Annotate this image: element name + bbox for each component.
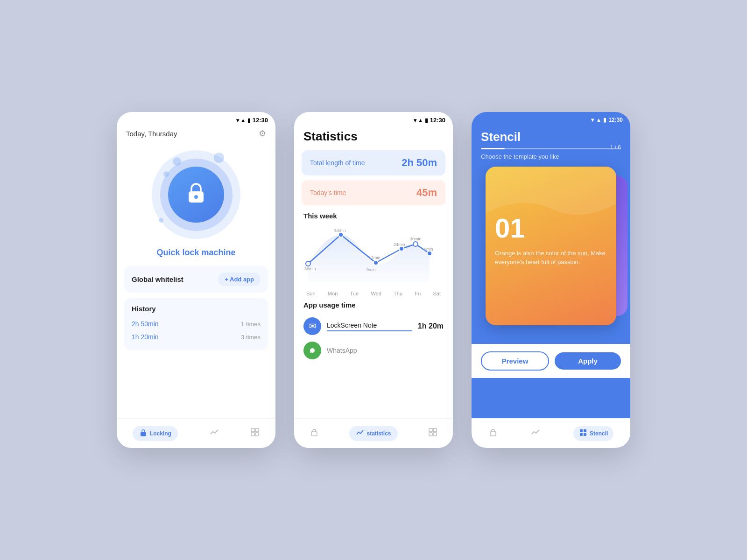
svg-rect-30: [584, 433, 586, 436]
stencil-progress-fill: [481, 148, 505, 149]
nav-locking-label: Locking: [150, 430, 171, 437]
grid-nav-icon-2: [428, 427, 437, 439]
lock-icon: [184, 180, 208, 209]
total-time-card: Total length of time 2h 50m: [302, 150, 445, 175]
svg-point-8: [338, 232, 343, 237]
whatsapp-app-info: WhatsApp: [327, 347, 444, 354]
svg-point-1: [194, 195, 198, 199]
day-wed: Wed: [371, 291, 381, 296]
svg-text:36min: 36min: [304, 266, 316, 271]
history-time-1: 2h 50min: [132, 320, 159, 328]
app-row-lockscreen: ✉ LockScreen Note 1h 20m: [294, 313, 453, 340]
phone-stencil: ▾ ▲ ▮ 12:30 Stencil 1 / 6 Choose the tem…: [472, 112, 630, 448]
battery-icon-3: ▮: [603, 117, 606, 123]
nav-lock-2[interactable]: [310, 427, 319, 439]
time-display-3: 12:30: [608, 117, 623, 123]
chart-nav-icon-3: [531, 427, 540, 439]
nav-stats-1[interactable]: [210, 427, 219, 439]
svg-point-7: [306, 261, 310, 266]
history-time-2: 1h 20min: [132, 333, 159, 341]
stencil-header: Stencil 1 / 6 Choose the template you li…: [472, 125, 630, 167]
signal-icon-2: ▲: [418, 117, 423, 124]
svg-rect-4: [255, 428, 259, 432]
total-time-label: Total length of time: [310, 159, 365, 167]
grid-nav-icon-active-3: [579, 428, 587, 439]
stencil-progress-bar: 1 / 6: [481, 148, 621, 149]
nav-grid-1[interactable]: [250, 427, 260, 439]
svg-rect-21: [311, 432, 317, 436]
stencil-pagination: 1 / 6: [610, 144, 621, 151]
nav-grid-2[interactable]: [428, 427, 437, 439]
day-thu: Thu: [394, 291, 402, 296]
deco-circle-1: [173, 157, 181, 166]
deco-circle-3: [214, 153, 224, 163]
stencil-card-main[interactable]: 01 Orange is also the color of the sun, …: [486, 167, 616, 325]
lock-nav-icon: [139, 428, 148, 439]
svg-rect-26: [490, 432, 496, 436]
time-display-2: 12:30: [430, 117, 445, 124]
wifi-icon: ▾: [236, 117, 239, 124]
phone1-header: Today, Thursday ⚙: [117, 126, 275, 143]
svg-rect-6: [255, 433, 259, 436]
bottom-nav-3: Stencil: [472, 418, 630, 448]
date-label: Today, Thursday: [126, 130, 177, 138]
phone-statistics: ▾ ▲ ▮ 12:30 Statistics Total length of t…: [294, 112, 453, 448]
day-sun: Sun: [306, 291, 316, 296]
preview-button[interactable]: Preview: [481, 351, 549, 371]
app-underline: [327, 330, 412, 331]
lockscreen-app-info: LockScreen Note: [327, 322, 412, 331]
lockscreen-app-time: 1h 20m: [418, 322, 444, 330]
nav-statistics-label: statistics: [366, 430, 391, 437]
today-time-card: Today's time 45m: [302, 180, 445, 205]
stencil-card-description: Orange is also the color of the sun, Mak…: [495, 249, 607, 267]
chart-days: Sun Mon Tue Wed Thu Fri Sat: [302, 289, 445, 296]
weekly-chart: 36min 54min 12min 0min 24min 30min 6min: [302, 222, 445, 287]
history-row-1: 2h 50min 1 times: [132, 317, 261, 330]
status-icons-2: ▾ ▲ ▮: [414, 117, 428, 124]
nav-locking[interactable]: Locking: [133, 426, 178, 441]
nav-statistics-2[interactable]: statistics: [349, 426, 397, 441]
whatsapp-app-icon: [303, 342, 321, 359]
stencil-actions: Preview Apply: [472, 344, 630, 378]
nav-lock-3[interactable]: [488, 427, 498, 439]
history-count-2: 3 times: [241, 334, 261, 341]
day-fri: Fri: [415, 291, 421, 296]
nav-stencil-3[interactable]: Stencil: [573, 426, 613, 441]
deco-circle-4: [159, 218, 163, 223]
chart-nav-icon-active: [356, 428, 364, 439]
nav-stats-3[interactable]: [531, 427, 540, 439]
svg-rect-2: [141, 432, 146, 436]
history-card: History 2h 50min 1 times 1h 20min 3 time…: [124, 298, 268, 350]
card-wave-svg: [486, 167, 616, 223]
settings-icon[interactable]: ⚙: [259, 128, 266, 139]
svg-rect-27: [580, 429, 583, 432]
svg-text:0min: 0min: [366, 267, 376, 272]
app-row-whatsapp: WhatsApp: [294, 340, 453, 361]
status-bar-2: ▾ ▲ ▮ 12:30: [294, 112, 453, 126]
time-display-1: 12:30: [253, 117, 268, 124]
whitelist-label: Global whitelist: [132, 275, 183, 283]
svg-text:30min: 30min: [410, 237, 422, 241]
day-sat: Sat: [433, 291, 441, 296]
svg-rect-22: [429, 428, 432, 432]
signal-icon-3: ▲: [596, 117, 601, 123]
svg-point-9: [374, 260, 378, 265]
whatsapp-app-name: WhatsApp: [327, 347, 444, 354]
day-mon: Mon: [328, 291, 338, 296]
svg-rect-29: [580, 433, 583, 436]
signal-icon: ▲: [240, 117, 246, 124]
nav-stencil-label: Stencil: [590, 430, 608, 437]
app-usage-title: App usage time: [294, 296, 453, 313]
apply-button[interactable]: Apply: [555, 352, 621, 370]
battery-icon: ▮: [247, 117, 251, 124]
statistics-title: Statistics: [294, 126, 453, 150]
deco-circle-2: [163, 171, 169, 177]
stencil-title: Stencil: [481, 130, 621, 144]
history-row-2: 1h 20min 3 times: [132, 330, 261, 343]
total-time-value: 2h 50m: [402, 157, 437, 169]
whitelist-card: Global whitelist + Add app: [124, 266, 268, 293]
add-app-button[interactable]: + Add app: [218, 273, 261, 286]
svg-text:6min: 6min: [424, 247, 433, 252]
svg-rect-24: [429, 433, 432, 436]
this-week-title: This week: [294, 212, 453, 222]
